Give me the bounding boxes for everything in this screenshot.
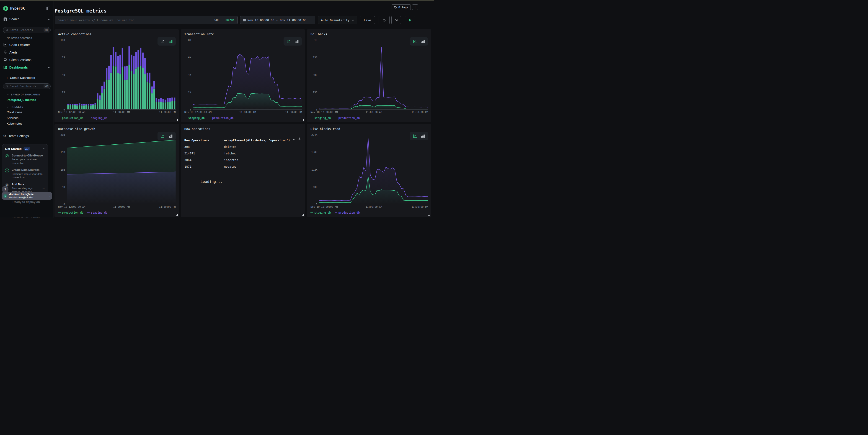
legend-production_db[interactable]: production_db (335, 116, 360, 120)
sidebar-item-client-sessions[interactable]: Client Sessions (0, 56, 54, 64)
line-view-icon[interactable] (160, 39, 165, 43)
granularity-select[interactable]: Auto Granularity (318, 16, 357, 24)
sidebar-item-chart-explorer[interactable]: Chart Explorer (0, 41, 54, 48)
panel-title[interactable]: Transaction rate (184, 32, 214, 36)
panel-title[interactable]: Database size growth (58, 127, 95, 131)
presets-section-header[interactable]: PRESETS (7, 105, 51, 108)
sidebar-item-alerts[interactable]: Alerts (0, 48, 54, 56)
sidebar-item-services[interactable]: Services (7, 116, 51, 120)
user-profile-chip[interactable]: D dominic.tran@clic... dominic.tran@clic… (2, 192, 52, 200)
panel-database-size-growth: Database size growth 20B15B10B5B0Nov 10 … (55, 124, 179, 217)
app-logo[interactable]: HyperDX (10, 6, 46, 10)
y-tick: 10B (60, 168, 65, 171)
legend-production_db[interactable]: production_db (58, 116, 84, 120)
chart-area[interactable]: 20B15B10B5B0 (58, 135, 176, 204)
saved-dashboards-search[interactable]: ⌘K (3, 83, 51, 89)
filter-button[interactable] (392, 16, 401, 24)
sidebar-item-dashboards[interactable]: Dashboards (0, 64, 54, 71)
onboarding-background-text-2: ClickHouse Cloud? (12, 216, 40, 218)
plot-area[interactable] (193, 40, 302, 109)
get-started-item-connect[interactable]: Connect to ClickHouse Set up your databa… (5, 154, 45, 165)
event-search-box[interactable]: SQL | Lucene (55, 16, 238, 24)
bar-view-icon[interactable] (421, 134, 425, 138)
chart-area[interactable]: 1K7505002500 (310, 40, 428, 109)
help-button[interactable]: ? (2, 186, 8, 193)
saved-searches-search[interactable]: ⌘K (3, 27, 51, 33)
resize-handle[interactable] (176, 214, 178, 216)
legend-staging_db[interactable]: staging_db (87, 211, 107, 214)
bar-view-icon[interactable] (421, 39, 425, 43)
resize-handle[interactable] (302, 119, 304, 121)
get-started-header[interactable]: Get Started 2/3 (5, 147, 45, 150)
x-tick: Nov 10 12:00:00 AM (58, 111, 85, 114)
sidebar-collapse-icon[interactable] (46, 7, 51, 10)
panel-title[interactable]: Active connections (58, 32, 91, 36)
plot-area[interactable] (67, 40, 176, 109)
plot-area[interactable] (67, 135, 176, 204)
user-email: dominic.tran@clickho... (9, 196, 49, 199)
filter-icon (395, 19, 398, 22)
y-tick: 2.4K (311, 133, 317, 136)
legend-staging_db[interactable]: staging_db (184, 116, 205, 120)
production_db-bars (67, 65, 175, 109)
resize-handle[interactable] (302, 214, 304, 216)
sidebar-item-postgresql-metrics[interactable]: PostgreSQL metrics (7, 98, 51, 102)
resize-handle[interactable] (428, 214, 430, 216)
plot-area[interactable] (319, 135, 428, 204)
line-view-icon[interactable] (413, 39, 417, 43)
chart-view-toggle (410, 37, 428, 45)
legend-production_db[interactable]: production_db (58, 211, 84, 214)
create-dashboard-button[interactable]: + Create Dashboard (6, 75, 51, 80)
table-row[interactable]: 314071fetched (184, 150, 302, 157)
table-row[interactable]: 308deleted (184, 143, 302, 150)
gear-icon: ⚙ (3, 134, 6, 138)
chart-area[interactable]: 8K6K4K2K0 (184, 40, 302, 109)
table-row[interactable]: 3064inserted (184, 157, 302, 163)
get-started-item-data-sources[interactable]: Create Data Sources Configure where your… (5, 168, 45, 179)
chevron-up-icon (48, 18, 51, 21)
plot-area[interactable] (319, 40, 428, 109)
sql-mode-toggle[interactable]: SQL (215, 19, 219, 22)
legend-staging_db[interactable]: staging_db (87, 116, 107, 120)
time-range-picker[interactable]: Nov 10 00:00:00 - Nov 11 00:00:00 (240, 16, 315, 24)
sidebar-item-search[interactable]: Search (0, 16, 54, 23)
sidebar-item-team-settings[interactable]: ⚙ Team Settings (0, 133, 54, 139)
panel-title[interactable]: Row operations (184, 127, 210, 131)
chart-legend: production_dbstaging_db (58, 116, 107, 120)
dashboard-menu-button[interactable]: ⋮ (412, 4, 418, 10)
run-query-button[interactable] (405, 16, 415, 24)
tags-button[interactable]: 0 Tags (392, 4, 411, 10)
bar-view-icon[interactable] (168, 39, 173, 43)
legend-production_db[interactable]: production_db (335, 211, 360, 214)
saved-dashboards-input[interactable] (10, 85, 43, 88)
line-view-icon[interactable] (413, 134, 417, 138)
y-tick: 750 (313, 56, 317, 59)
line-view-icon[interactable] (160, 134, 165, 138)
saved-searches-input[interactable] (10, 29, 43, 32)
get-started-title: Get Started (5, 147, 22, 150)
sidebar-item-kubernetes[interactable]: Kubernetes (7, 122, 51, 125)
panel-title[interactable]: Rollbacks (310, 32, 327, 36)
lucene-mode-toggle[interactable]: Lucene (225, 19, 235, 22)
saved-dashboards-section-header[interactable]: SAVED DASHBOARDS (7, 93, 51, 96)
refresh-button[interactable] (379, 16, 390, 24)
resize-handle[interactable] (428, 119, 430, 121)
y-tick: 1K (314, 39, 317, 42)
no-saved-searches-note: No saved searches (7, 36, 51, 40)
chart-area[interactable]: 2.4K1.8K1.2K6000 (310, 135, 428, 204)
legend-production_db[interactable]: production_db (208, 116, 234, 120)
event-search-input[interactable] (58, 19, 215, 22)
legend-staging_db[interactable]: staging_db (310, 211, 331, 214)
resize-handle[interactable] (176, 119, 178, 121)
bar-view-icon[interactable] (168, 134, 173, 138)
bar-view-icon[interactable] (294, 39, 299, 43)
chart-area[interactable]: 1007550250 (58, 40, 176, 109)
table-row[interactable]: 1871updated (184, 163, 302, 170)
live-button[interactable]: Live (360, 16, 375, 24)
sidebar-item-clickhouse[interactable]: ClickHouse (7, 110, 51, 114)
y-axis: 1007550250 (58, 40, 66, 109)
legend-staging_db[interactable]: staging_db (310, 116, 331, 120)
panel-title[interactable]: Disc blocks read (310, 127, 340, 131)
line-view-icon[interactable] (286, 39, 291, 43)
panel-transaction-rate: Transaction rate 8K6K4K2K0Nov 10 12:00:0… (181, 29, 305, 122)
